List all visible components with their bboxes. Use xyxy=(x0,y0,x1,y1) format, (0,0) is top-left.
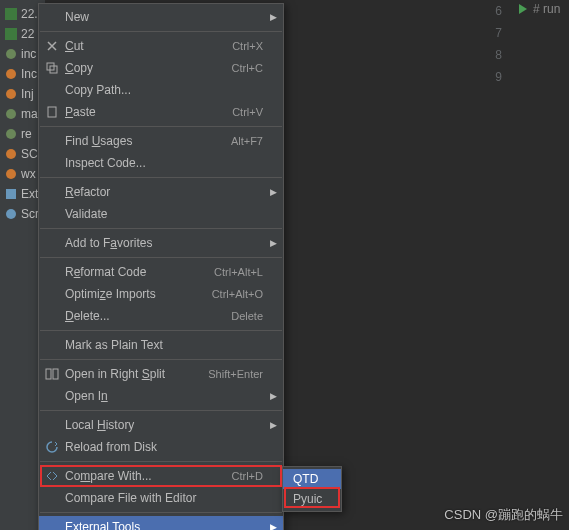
menu-validate[interactable]: Validate xyxy=(39,203,283,225)
sidebar-item-label: ma xyxy=(21,107,38,121)
line-number: 9 xyxy=(480,66,502,88)
run-gutter-icon[interactable] xyxy=(517,3,529,15)
menu-separator xyxy=(40,359,282,360)
watermark: CSDN @蹦跑的蜗牛 xyxy=(444,506,563,524)
svg-rect-15 xyxy=(46,369,51,379)
sidebar-item-label: re xyxy=(21,127,32,141)
line-number: 6 xyxy=(480,0,502,22)
menu-copy-path[interactable]: Copy Path... xyxy=(39,79,283,101)
py-file-icon xyxy=(4,107,18,121)
menu-open-right-split[interactable]: Open in Right SplitShift+Enter xyxy=(39,363,283,385)
diff-icon xyxy=(45,469,59,483)
svg-marker-11 xyxy=(519,4,527,14)
menu-copy[interactable]: CopyCtrl+C xyxy=(39,57,283,79)
menu-separator xyxy=(40,31,282,32)
sidebar-item-label: 22 xyxy=(21,27,34,41)
menu-inspect-code[interactable]: Inspect Code... xyxy=(39,152,283,174)
menu-separator xyxy=(40,126,282,127)
py-file-icon xyxy=(4,167,18,181)
svg-point-2 xyxy=(6,49,16,59)
menu-refactor[interactable]: Refactor▶ xyxy=(39,181,283,203)
chevron-right-icon: ▶ xyxy=(270,391,277,401)
external-tools-submenu: QTD Pyuic xyxy=(282,466,342,512)
svg-point-10 xyxy=(6,209,16,219)
menu-reformat-code[interactable]: Reformat CodeCtrl+Alt+L xyxy=(39,261,283,283)
py-file-icon xyxy=(4,67,18,81)
menu-separator xyxy=(40,461,282,462)
clipboard-icon xyxy=(45,105,59,119)
menu-delete[interactable]: Delete...Delete xyxy=(39,305,283,327)
ui-file-icon xyxy=(4,7,18,21)
menu-open-in[interactable]: Open In▶ xyxy=(39,385,283,407)
menu-separator xyxy=(40,257,282,258)
submenu-pyuic[interactable]: Pyuic xyxy=(283,489,341,509)
chevron-right-icon: ▶ xyxy=(270,187,277,197)
submenu-qtd[interactable]: QTD xyxy=(283,469,341,489)
svg-point-4 xyxy=(6,89,16,99)
menu-mark-plain-text[interactable]: Mark as Plain Text xyxy=(39,334,283,356)
menu-add-favorites[interactable]: Add to Favorites▶ xyxy=(39,232,283,254)
split-icon xyxy=(45,367,59,381)
library-icon xyxy=(4,187,18,201)
py-file-icon xyxy=(4,27,18,41)
svg-point-7 xyxy=(6,149,16,159)
sidebar-item-label: SC xyxy=(21,147,38,161)
menu-find-usages[interactable]: Find UsagesAlt+F7 xyxy=(39,130,283,152)
svg-rect-14 xyxy=(48,107,56,117)
svg-point-8 xyxy=(6,169,16,179)
menu-reload-from-disk[interactable]: Reload from Disk xyxy=(39,436,283,458)
line-number: 7 xyxy=(480,22,502,44)
svg-point-6 xyxy=(6,129,16,139)
py-file-icon xyxy=(4,127,18,141)
menu-separator xyxy=(40,228,282,229)
svg-rect-0 xyxy=(5,8,17,20)
line-number: 8 xyxy=(480,44,502,66)
scratch-icon xyxy=(4,207,18,221)
py-file-icon xyxy=(4,47,18,61)
svg-rect-1 xyxy=(5,28,17,40)
chevron-right-icon: ▶ xyxy=(270,420,277,430)
chevron-right-icon: ▶ xyxy=(270,238,277,248)
svg-rect-16 xyxy=(53,369,58,379)
menu-cut[interactable]: CutCtrl+X xyxy=(39,35,283,57)
scissors-icon xyxy=(45,39,59,53)
sidebar-item-label: Inc xyxy=(21,67,37,81)
chevron-right-icon: ▶ xyxy=(270,522,277,530)
chevron-right-icon: ▶ xyxy=(270,12,277,22)
menu-separator xyxy=(40,410,282,411)
reload-icon xyxy=(45,440,59,454)
sidebar-item-label: Inj xyxy=(21,87,34,101)
menu-optimize-imports[interactable]: Optimize ImportsCtrl+Alt+O xyxy=(39,283,283,305)
menu-paste[interactable]: PasteCtrl+V xyxy=(39,101,283,123)
menu-separator xyxy=(40,330,282,331)
menu-external-tools[interactable]: External Tools▶ xyxy=(39,516,283,530)
context-menu: New▶ CutCtrl+X CopyCtrl+C Copy Path... P… xyxy=(38,3,284,530)
copy-icon xyxy=(45,61,59,75)
menu-compare-file-editor[interactable]: Compare File with Editor xyxy=(39,487,283,509)
menu-separator xyxy=(40,512,282,513)
menu-compare-with[interactable]: Compare With...Ctrl+D xyxy=(39,465,283,487)
code-comment: # run xyxy=(533,2,560,16)
sidebar-item-label: wx xyxy=(21,167,36,181)
py-file-icon xyxy=(4,147,18,161)
line-gutter: 6 7 8 9 xyxy=(480,0,510,88)
svg-point-5 xyxy=(6,109,16,119)
menu-local-history[interactable]: Local History▶ xyxy=(39,414,283,436)
menu-new[interactable]: New▶ xyxy=(39,6,283,28)
svg-point-3 xyxy=(6,69,16,79)
py-file-icon xyxy=(4,87,18,101)
menu-separator xyxy=(40,177,282,178)
svg-rect-9 xyxy=(6,189,16,199)
sidebar-item-label: inc xyxy=(21,47,36,61)
